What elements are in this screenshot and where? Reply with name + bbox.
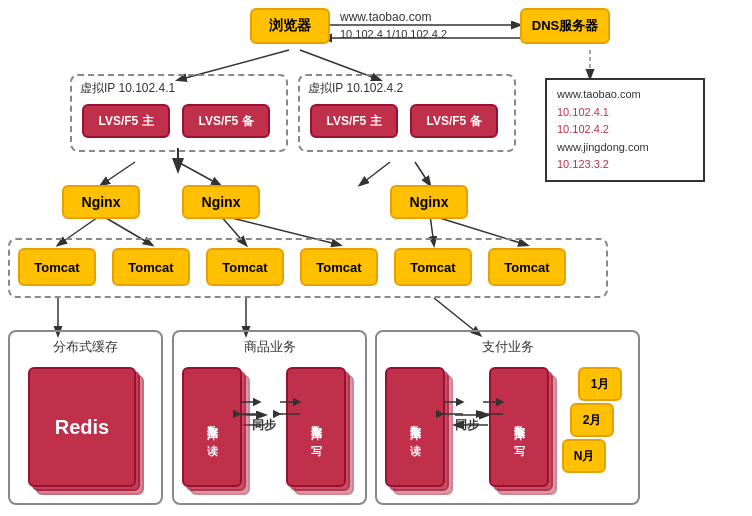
svg-line-9: [360, 162, 390, 185]
redis-front: Redis: [28, 367, 136, 487]
monthn-box: N月: [562, 439, 606, 473]
virtual-ip-group1: 虚拟IP 10.102.4.1 LVS/F5 主 LVS/F5 备: [70, 74, 288, 152]
svg-line-8: [178, 162, 220, 185]
browser-box: 浏览器: [250, 8, 330, 44]
lvs-master1-box: LVS/F5 主: [82, 104, 170, 138]
payment-db-write-front: 数据库·写: [489, 367, 549, 487]
distributed-cache-section: 分布式缓存 Redis: [8, 330, 163, 505]
product-db-read-front: 数据库·读: [182, 367, 242, 487]
tomcat2-box: Tomcat: [112, 248, 190, 286]
dns-server-label: DNS服务器: [532, 17, 598, 35]
browser-label: 浏览器: [269, 17, 311, 35]
nginx2-box: Nginx: [182, 185, 260, 219]
tomcat-group: Tomcat Tomcat Tomcat Tomcat Tomcat Tomca…: [8, 238, 608, 298]
tomcat5-box: Tomcat: [394, 248, 472, 286]
distributed-cache-label: 分布式缓存: [10, 338, 161, 356]
product-sync-label: 同步: [252, 417, 276, 434]
virtual-ip2-label: 虚拟IP 10.102.4.2: [308, 80, 403, 97]
ip-exchange-label: 10.102.4.1/10.102.4.2: [340, 28, 447, 40]
month1-box: 1月: [578, 367, 622, 401]
virtual-ip-group2: 虚拟IP 10.102.4.2 LVS/F5 主 LVS/F5 备: [298, 74, 516, 152]
payment-db-read-front: 数据库·读: [385, 367, 445, 487]
tomcat4-box: Tomcat: [300, 248, 378, 286]
tomcat3-box: Tomcat: [206, 248, 284, 286]
dns-server-box: DNS服务器: [520, 8, 610, 44]
nginx1-box: Nginx: [62, 185, 140, 219]
product-service-section: 商品业务 数据库·读 同步 数据库·写: [172, 330, 367, 505]
product-service-label: 商品业务: [174, 338, 365, 356]
svg-line-7: [101, 162, 135, 185]
nginx3-box: Nginx: [390, 185, 468, 219]
lvs-backup2-box: LVS/F5 备: [410, 104, 498, 138]
payment-service-label: 支付业务: [377, 338, 638, 356]
domain-label: www.taobao.com: [340, 10, 431, 24]
tomcat6-box: Tomcat: [488, 248, 566, 286]
dns-info-line3: 10.102.4.2: [557, 121, 693, 139]
virtual-ip1-label: 虚拟IP 10.102.4.1: [80, 80, 175, 97]
lvs-master2-box: LVS/F5 主: [310, 104, 398, 138]
month2-box: 2月: [570, 403, 614, 437]
dns-info-line1: www.taobao.com: [557, 86, 693, 104]
dns-info-box: www.taobao.com 10.102.4.1 10.102.4.2 www…: [545, 78, 705, 182]
dns-info-line4: www.jingdong.com: [557, 139, 693, 157]
diagram: 浏览器 www.taobao.com 10.102.4.1/10.102.4.2…: [0, 0, 752, 516]
payment-service-section: 支付业务 数据库·读 同步 数据库·写 1月: [375, 330, 640, 505]
lvs-backup1-box: LVS/F5 备: [182, 104, 270, 138]
svg-line-10: [415, 162, 430, 185]
tomcat1-box: Tomcat: [18, 248, 96, 286]
dns-info-line5: 10.123.3.2: [557, 156, 693, 174]
product-db-write-front: 数据库·写: [286, 367, 346, 487]
dns-info-line2: 10.102.4.1: [557, 104, 693, 122]
payment-sync-label: 同步: [455, 417, 479, 434]
